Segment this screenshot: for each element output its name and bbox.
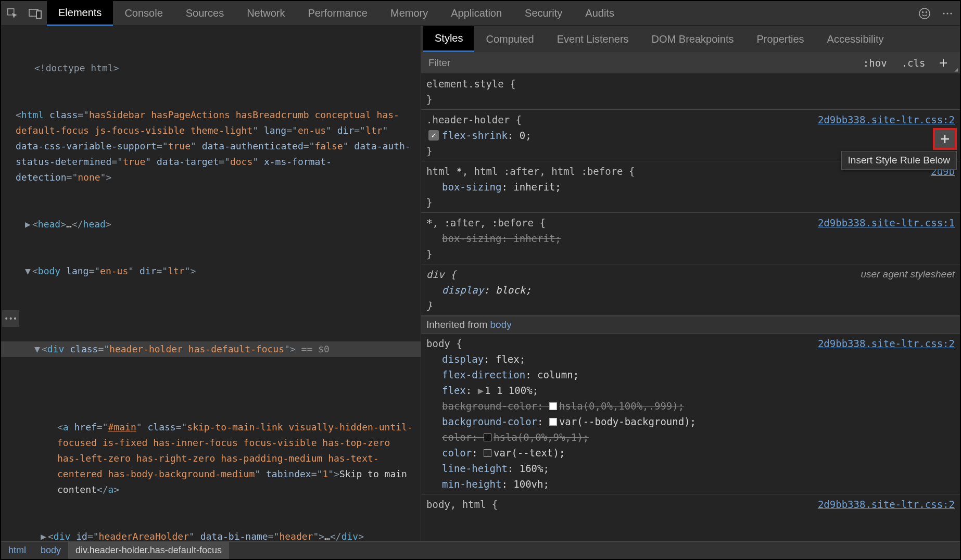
source-link[interactable]: 2d9bb338.site-ltr.css:2 <box>818 497 955 512</box>
tab-network[interactable]: Network <box>235 1 296 26</box>
crumb-body[interactable]: body <box>33 542 68 559</box>
color-swatch[interactable] <box>549 418 557 426</box>
color-swatch[interactable] <box>484 434 491 441</box>
decl-checkbox[interactable]: ✓ <box>428 130 439 141</box>
styles-pane: Styles Computed Event Listeners DOM Brea… <box>421 26 960 541</box>
inherited-from-separator: Inherited from body <box>421 316 960 334</box>
dom-tree-body[interactable]: <!doctype html> <html class="hasSidebar … <box>1 26 421 541</box>
tab-audits[interactable]: Audits <box>574 1 626 26</box>
styles-filter-bar: :hov .cls ◢ <box>421 52 960 74</box>
more-icon[interactable] <box>936 1 959 26</box>
rule-star[interactable]: 2d9bb338.site-ltr.css:1 *, :after, :befo… <box>421 213 960 264</box>
color-swatch[interactable] <box>549 402 557 410</box>
tab-memory[interactable]: Memory <box>379 1 439 26</box>
tab-event-listeners[interactable]: Event Listeners <box>546 26 640 52</box>
rule-body[interactable]: 2d9bb338.site-ltr.css:2 body { display: … <box>421 334 960 494</box>
styles-sub-tabs: Styles Computed Event Listeners DOM Brea… <box>421 26 960 52</box>
elements-dom-tree: <!doctype html> <html class="hasSidebar … <box>1 26 421 541</box>
cls-toggle[interactable]: .cls <box>894 57 933 69</box>
source-link[interactable]: 2d9bb338.site-ltr.css:2 <box>818 336 955 351</box>
new-rule-icon[interactable] <box>932 52 954 74</box>
hov-toggle[interactable]: :hov <box>856 57 894 69</box>
tab-application[interactable]: Application <box>439 1 513 26</box>
styles-filter-input[interactable] <box>421 57 856 69</box>
rule-ua-div[interactable]: user agent stylesheet div { display: blo… <box>421 264 960 316</box>
svg-point-6 <box>926 11 927 12</box>
tab-accessibility[interactable]: Accessibility <box>816 26 895 52</box>
source-link[interactable]: 2d9bb338.site-ltr.css:2 <box>818 112 955 128</box>
inspect-icon[interactable] <box>1 1 24 26</box>
feedback-icon[interactable] <box>913 1 936 26</box>
svg-point-8 <box>946 12 948 14</box>
svg-point-5 <box>922 11 924 12</box>
tab-console[interactable]: Console <box>113 1 174 26</box>
gutter-ellipsis-icon: ••• <box>2 310 19 327</box>
tab-sources[interactable]: Sources <box>174 1 235 26</box>
svg-rect-2 <box>36 11 41 18</box>
tab-computed[interactable]: Computed <box>474 26 545 52</box>
insert-rule-tooltip: Insert Style Rule Below <box>841 151 957 170</box>
rule-body-html[interactable]: 2d9bb338.site-ltr.css:2 body, html { <box>421 494 960 514</box>
tab-dom-breakpoints[interactable]: DOM Breakpoints <box>640 26 745 52</box>
insert-style-rule-button[interactable] <box>933 128 957 150</box>
crumb-html[interactable]: html <box>1 542 33 559</box>
tab-security[interactable]: Security <box>513 1 574 26</box>
source-link[interactable]: 2d9bb338.site-ltr.css:1 <box>818 215 955 231</box>
tab-properties[interactable]: Properties <box>745 26 815 52</box>
svg-point-7 <box>943 12 944 14</box>
doctype-node[interactable]: <!doctype html> <box>34 62 119 73</box>
svg-point-9 <box>950 12 952 14</box>
element-style-rule[interactable]: element.style { } <box>421 74 960 110</box>
devtools-top-tabs: Elements Console Sources Network Perform… <box>1 1 960 26</box>
crumb-div-header-holder[interactable]: div.header-holder.has-default-focus <box>68 542 229 559</box>
selected-dom-node[interactable]: ▼<div class="header-holder has-default-f… <box>1 341 421 357</box>
corner-resize-icon: ◢ <box>954 66 960 73</box>
tab-elements[interactable]: Elements <box>47 1 113 26</box>
tab-performance[interactable]: Performance <box>297 1 380 26</box>
color-swatch[interactable] <box>484 449 491 457</box>
tab-styles[interactable]: Styles <box>423 26 474 52</box>
svg-point-4 <box>919 8 930 19</box>
dom-breadcrumbs: html body div.header-holder.has-default-… <box>1 541 960 559</box>
device-toggle-icon[interactable] <box>24 1 47 26</box>
